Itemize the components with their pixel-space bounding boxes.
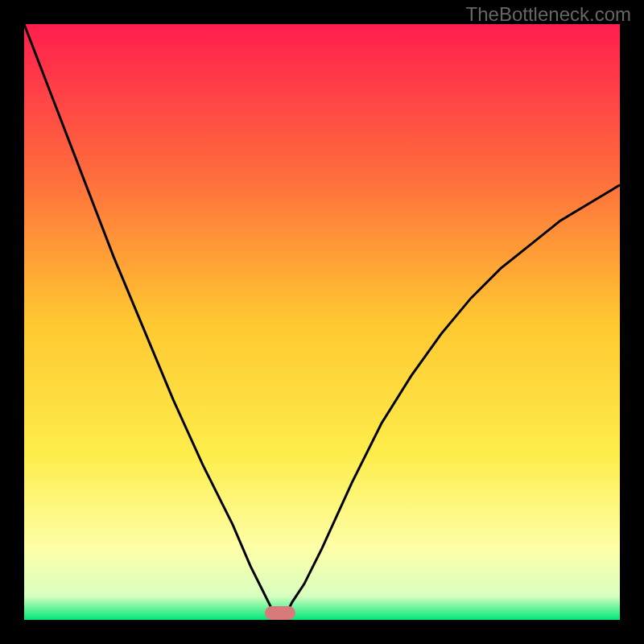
optimal-marker xyxy=(265,606,295,620)
gradient-background xyxy=(24,24,620,620)
plot-area xyxy=(24,24,620,620)
chart-svg xyxy=(24,24,620,620)
watermark-text: TheBottleneck.com xyxy=(466,3,631,26)
